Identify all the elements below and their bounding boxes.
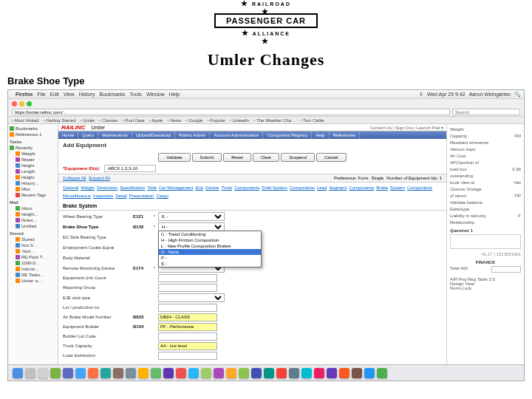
dock-app-icon[interactable] <box>352 368 362 378</box>
section-link[interactable]: Cargo <box>156 194 168 198</box>
menubar-wifi-icon[interactable]: ⇪ <box>419 92 423 98</box>
tree-item[interactable]: Repair <box>10 157 56 163</box>
tree-item[interactable]: Yard… <box>10 248 56 254</box>
field-input[interactable] <box>158 332 217 341</box>
section-link[interactable]: End <box>195 185 203 190</box>
section-link[interactable]: Dimension <box>97 185 117 190</box>
dock-app-icon[interactable] <box>201 368 211 378</box>
tree-item[interactable]: Height <box>10 174 56 180</box>
tree-item[interactable]: Untitled <box>10 223 56 229</box>
menu-view[interactable]: View <box>64 92 75 97</box>
clear-button[interactable]: Clear <box>253 153 279 162</box>
menu-file[interactable]: File <box>37 92 45 97</box>
dropdown-option[interactable]: C - Tread Conditioning <box>159 231 261 237</box>
cancel-button[interactable]: Cancel <box>316 153 347 162</box>
brake-shoe-dropdown[interactable]: C - Tread ConditioningH - High Friction … <box>158 231 262 267</box>
bookmark-item[interactable]: ▫ Tom Cable <box>300 118 324 123</box>
tree-item[interactable]: Nov 5… <box>10 242 56 248</box>
menubar-user[interactable]: Aaron Weingarten <box>469 92 511 97</box>
bookmark-item[interactable]: ▫ LinkedIn <box>230 118 249 123</box>
tab-maintenance[interactable]: Maintenance <box>98 132 132 139</box>
suspend-button[interactable]: Suspend <box>281 153 315 162</box>
section-link[interactable]: Weight <box>81 185 95 190</box>
bookmark-item[interactable]: ▫ Google <box>185 118 202 123</box>
field-input[interactable] <box>158 313 217 321</box>
tree-item[interactable]: Notes… <box>10 217 56 223</box>
left-tree[interactable]: BookmarksReferences 1TasksRecentlyWeight… <box>8 124 58 364</box>
dock-app-icon[interactable] <box>13 368 23 378</box>
tree-item[interactable]: Umler: e… <box>10 278 56 284</box>
expand-all-link[interactable]: Expand All <box>89 176 109 180</box>
section-link[interactable]: Draft System <box>262 185 287 190</box>
dock-app-icon[interactable] <box>264 368 274 378</box>
bookmark-item[interactable]: ▫ News <box>167 118 181 123</box>
dropdown-option[interactable]: S - <box>159 261 261 267</box>
header-links[interactable]: Contact Us | Sign Out | Launch Pad ▾ <box>369 125 443 130</box>
tab-railinc admin[interactable]: Railinc Admin <box>175 132 210 139</box>
dock-app-icon[interactable] <box>25 368 35 378</box>
section-link[interactable]: Components <box>290 185 315 190</box>
menu-bookmarks[interactable]: Bookmarks <box>100 92 126 97</box>
tree-item[interactable]: RE Tasks… <box>10 272 56 278</box>
nav-tabs[interactable]: HomeQueryMaintenanceUpload/DownloadRaili… <box>58 132 446 139</box>
dropdown-option[interactable]: L - New Profile Composition Brakes <box>159 243 261 249</box>
total-aid-input[interactable] <box>491 266 521 273</box>
tree-item[interactable]: Mail <box>10 200 56 205</box>
tree-item[interactable]: 1000-D… <box>10 260 56 266</box>
menu-history[interactable]: History <box>79 92 95 97</box>
minimize-icon[interactable] <box>19 101 24 106</box>
section-link[interactable]: Detail <box>115 194 126 198</box>
section-link[interactable]: Segment <box>329 185 347 190</box>
tab-component registry[interactable]: Component Registry <box>263 132 312 139</box>
section-link[interactable]: Tank <box>147 185 157 190</box>
section-link[interactable]: Truck <box>221 185 232 190</box>
dock-app-icon[interactable] <box>38 368 48 378</box>
section-link[interactable]: Car Management <box>159 185 193 190</box>
bookmark-item[interactable]: ▫ The Weather Cha… <box>253 118 296 123</box>
dock-app-icon[interactable] <box>163 368 174 378</box>
dock-app-icon[interactable] <box>377 368 387 378</box>
section-link[interactable]: General <box>63 185 78 190</box>
bookmark-item[interactable]: ▫ Popular <box>207 118 225 123</box>
tab-references[interactable]: References <box>330 132 361 139</box>
tree-item[interactable]: Length <box>10 168 56 174</box>
dock-app-icon[interactable] <box>50 368 61 378</box>
dock-app-icon[interactable] <box>364 368 375 378</box>
zoom-icon[interactable] <box>27 101 32 106</box>
tree-item[interactable]: Weight <box>10 151 56 157</box>
menu-window[interactable]: Window <box>146 92 165 97</box>
reset-button[interactable]: Reset <box>223 153 251 162</box>
dock-app-icon[interactable] <box>188 368 199 378</box>
dropdown-option[interactable]: H - High Friction Composition <box>159 237 261 243</box>
dock-app-icon[interactable] <box>126 368 136 378</box>
bookmark-item[interactable]: ▫ Umler <box>81 118 95 123</box>
dock-app-icon[interactable] <box>176 368 186 378</box>
tree-item[interactable]: Recent Tags <box>10 192 56 198</box>
dock-app-icon[interactable] <box>138 368 149 378</box>
dock-app-icon[interactable] <box>151 368 161 378</box>
field-input[interactable] <box>158 284 217 292</box>
section-link[interactable]: Lead <box>317 185 327 190</box>
dock-app-icon[interactable] <box>63 368 73 378</box>
close-icon[interactable] <box>12 101 17 106</box>
section-link[interactable]: Device <box>205 185 219 190</box>
dropdown-option[interactable]: P - <box>159 255 261 261</box>
tree-item[interactable]: Inbox <box>10 205 56 211</box>
validate-button[interactable]: Validate <box>158 153 190 162</box>
section-link[interactable]: Brake <box>376 185 388 190</box>
section-link[interactable]: Components <box>234 185 259 190</box>
field-input[interactable] <box>158 352 217 360</box>
bookmark-item[interactable]: ▫ Post Data <box>122 118 144 123</box>
field-select[interactable] <box>158 293 225 302</box>
dock-app-icon[interactable] <box>100 368 111 378</box>
tree-item[interactable]: Height <box>10 163 56 168</box>
equipment-id-input[interactable]: ABCX 1,2,3-10 <box>104 165 156 172</box>
tree-item[interactable]: RE:Pack T… <box>10 254 56 260</box>
menu-edit[interactable]: Edit <box>50 92 59 97</box>
section-link[interactable]: Components <box>349 185 374 190</box>
tab-home[interactable]: Home <box>58 132 78 139</box>
search-input[interactable] <box>452 109 520 115</box>
dock-app-icon[interactable] <box>113 368 123 378</box>
section-link[interactable]: System <box>390 185 405 190</box>
dock-app-icon[interactable] <box>301 368 312 378</box>
